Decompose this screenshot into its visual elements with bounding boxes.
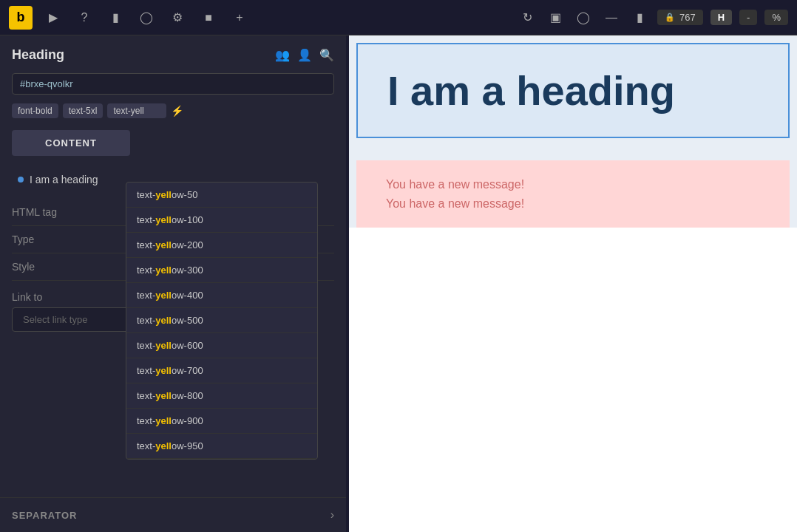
autocomplete-item-900[interactable]: text-yellow-900 [126,409,317,434]
tag-text-input[interactable] [107,103,166,118]
main-area: Heading 👥 👤 🔍 font-bold text-5xl ⚡ text-… [0,35,797,532]
separator-section[interactable]: SEPARATOR › [0,497,346,532]
toolbar-right: ↻ ▣ ◯ ― ▮ 🔒 767 H - % [517,7,788,28]
landscape-view-icon[interactable]: ― [601,7,622,28]
database-icon[interactable]: ■ [198,7,219,28]
prop-style-label: Style [12,261,86,273]
brand-logo[interactable]: b [9,6,33,30]
tag-text-5xl[interactable]: text-5xl [63,103,104,118]
lightning-icon: ⚡ [171,105,183,117]
percent-badge: % [764,10,788,25]
content-section: CONTENT [12,130,334,156]
tag-font-bold[interactable]: font-bold [12,103,58,118]
prop-type-label: Type [12,233,86,245]
message-line-1: You have a new message! [386,175,760,194]
autocomplete-item-950[interactable]: text-yellow-950 [126,434,317,459]
left-panel: Heading 👥 👤 🔍 font-bold text-5xl ⚡ text-… [0,35,346,532]
viewport-badge: 🔒 767 [657,10,703,25]
panel-title: Heading [12,47,64,63]
settings-icon[interactable]: ⚙ [167,7,188,28]
autocomplete-item-400[interactable]: text-yellow-400 [126,283,317,308]
id-input-row [0,69,346,99]
autocomplete-list: text-yellow-50 text-yellow-100 text-yell… [126,183,317,459]
panel-header: Heading 👥 👤 🔍 [0,35,346,69]
autocomplete-item-600[interactable]: text-yellow-600 [126,333,317,358]
lock-icon: 🔒 [665,13,675,22]
refresh-icon[interactable]: ↻ [517,7,537,28]
autocomplete-item-500[interactable]: text-yellow-500 [126,308,317,333]
play-icon[interactable]: ▶ [43,7,64,28]
h-badge: H [710,10,732,25]
dash-badge: - [739,10,757,25]
canvas-bottom [349,228,797,532]
autocomplete-item-700[interactable]: text-yellow-700 [126,358,317,383]
separator-arrow-icon: › [330,508,334,522]
tablet-view-icon[interactable]: ◯ [573,7,594,28]
canvas-area: I am a heading You have a new message! Y… [349,35,797,532]
heading-text: I am a heading [387,66,759,115]
help-icon[interactable]: ? [74,7,95,28]
top-toolbar: b ▶ ? ▮ ◯ ⚙ ■ + ↻ ▣ ◯ ― ▮ 🔒 767 H - % [0,0,797,35]
id-input[interactable] [12,73,334,95]
desktop-view-icon[interactable]: ▣ [545,7,566,28]
autocomplete-item-300[interactable]: text-yellow-300 [126,258,317,283]
user-icon[interactable]: 👤 [297,48,312,62]
tree-item-label: I am a heading [30,174,98,185]
content-button[interactable]: CONTENT [12,130,130,156]
separator-label: SEPARATOR [12,510,77,521]
search-icon[interactable]: 🔍 [319,48,334,62]
prop-html-tag-label: HTML tag [12,206,86,218]
autocomplete-item-800[interactable]: text-yellow-800 [126,383,317,409]
message-block: You have a new message! You have a new m… [356,160,790,228]
autocomplete-item-50[interactable]: text-yellow-50 [126,183,317,208]
users-icon[interactable]: 👥 [275,48,290,62]
history-icon[interactable]: ◯ [136,7,157,28]
message-line-2: You have a new message! [386,194,760,214]
add-icon[interactable]: + [229,7,250,28]
autocomplete-dropdown: text-yellow-50 text-yellow-100 text-yell… [126,182,318,460]
heading-block: I am a heading [356,43,790,138]
autocomplete-item-200[interactable]: text-yellow-200 [126,233,317,258]
panel-header-icons: 👥 👤 🔍 [275,48,334,62]
tree-dot [18,177,24,183]
layers-icon[interactable]: ▮ [105,7,126,28]
canvas-spacer [349,146,797,160]
tags-row: font-bold text-5xl ⚡ [0,99,346,123]
mobile-view-icon[interactable]: ▮ [629,7,650,28]
autocomplete-item-100[interactable]: text-yellow-100 [126,208,317,233]
